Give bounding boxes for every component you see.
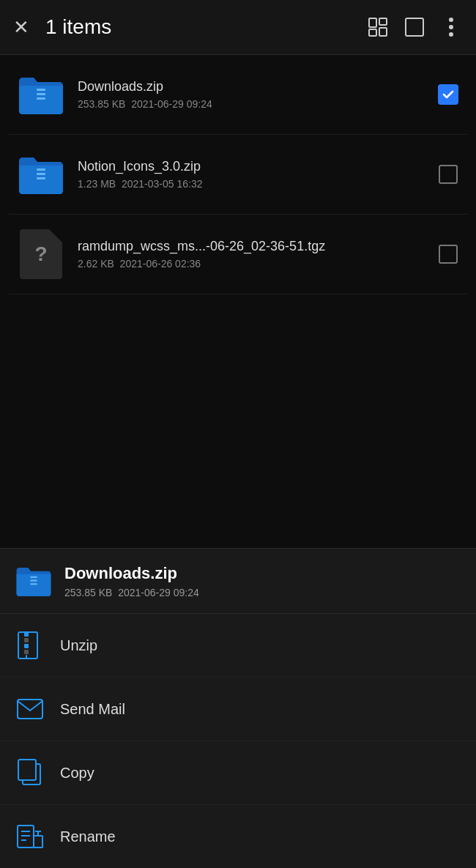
send-mail-icon <box>15 694 45 724</box>
svg-point-6 <box>449 25 453 29</box>
svg-rect-14 <box>30 576 37 578</box>
svg-rect-20 <box>24 644 29 648</box>
file-meta: 2.62 KB 2021-06-26 02:36 <box>78 258 435 270</box>
bottom-sheet: Downloads.zip 253.85 KB 2021-06-29 09:24… <box>0 548 476 868</box>
svg-rect-2 <box>379 18 387 25</box>
svg-rect-16 <box>30 583 37 585</box>
header-actions <box>366 15 463 39</box>
file-item[interactable]: ramdump_wcss_ms...-06-26_02-36-51.tgz 2.… <box>9 215 467 294</box>
copy-icon <box>15 757 45 788</box>
file-checkbox[interactable] <box>435 161 461 188</box>
close-button[interactable]: ✕ <box>13 18 29 37</box>
checkbox-unchecked-icon <box>439 245 458 264</box>
file-checkbox[interactable] <box>435 241 461 267</box>
action-label: Unzip <box>60 637 97 654</box>
file-name: ramdump_wcss_ms...-06-26_02-36-51.tgz <box>78 239 435 254</box>
svg-rect-4 <box>406 18 423 36</box>
svg-rect-15 <box>30 579 37 581</box>
file-meta: 1.23 MB 2021-03-05 16:32 <box>78 178 435 190</box>
file-grid-icon[interactable] <box>366 15 390 39</box>
svg-rect-0 <box>369 18 376 27</box>
svg-rect-13 <box>37 177 45 179</box>
file-item[interactable]: Downloads.zip 253.85 KB 2021-06-29 09:24 <box>9 55 467 135</box>
action-label: Rename <box>60 828 116 845</box>
action-copy[interactable]: Copy <box>0 741 476 805</box>
svg-rect-12 <box>37 173 45 175</box>
svg-rect-10 <box>37 97 45 100</box>
file-name: Notion_Icons_3.0.zip <box>78 159 435 174</box>
file-icon-wrap <box>15 68 67 121</box>
file-icon-wrap <box>15 148 67 201</box>
svg-rect-19 <box>24 638 29 642</box>
file-info: Downloads.zip 253.85 KB 2021-06-29 09:24 <box>78 79 435 110</box>
file-icon-wrap <box>15 228 67 281</box>
svg-rect-22 <box>18 700 42 719</box>
svg-rect-9 <box>37 93 45 95</box>
view-toggle-icon[interactable] <box>403 15 426 39</box>
checkbox-unchecked-icon <box>439 165 458 184</box>
file-meta: 253.85 KB 2021-06-29 09:24 <box>78 98 435 110</box>
bottom-sheet-file-meta: 253.85 KB 2021-06-29 09:24 <box>64 587 199 598</box>
svg-rect-18 <box>24 632 29 637</box>
header-title: 1 items <box>45 15 366 39</box>
action-rename[interactable]: Rename <box>0 805 476 868</box>
svg-rect-3 <box>379 28 387 36</box>
checkbox-checked-icon <box>438 84 458 105</box>
bottom-sheet-file-icon <box>15 562 53 600</box>
bottom-sheet-header: Downloads.zip 253.85 KB 2021-06-29 09:24 <box>0 549 476 614</box>
file-info: ramdump_wcss_ms...-06-26_02-36-51.tgz 2.… <box>78 239 435 270</box>
svg-rect-24 <box>18 760 36 780</box>
file-name: Downloads.zip <box>78 79 435 94</box>
action-send-mail[interactable]: Send Mail <box>0 678 476 741</box>
file-info: Notion_Icons_3.0.zip 1.23 MB 2021-03-05 … <box>78 159 435 190</box>
svg-rect-21 <box>24 650 29 654</box>
action-label: Send Mail <box>60 701 125 718</box>
action-label: Copy <box>60 765 94 782</box>
svg-point-5 <box>449 18 453 22</box>
svg-point-7 <box>449 32 453 37</box>
unknown-file-icon <box>20 229 62 279</box>
svg-rect-8 <box>37 89 45 91</box>
bottom-sheet-file-name: Downloads.zip <box>64 564 199 583</box>
svg-rect-29 <box>34 836 42 847</box>
svg-rect-11 <box>37 168 45 171</box>
rename-icon <box>15 821 45 852</box>
more-options-icon[interactable] <box>439 15 463 39</box>
unzip-icon <box>15 630 45 661</box>
action-unzip[interactable]: Unzip <box>0 614 476 678</box>
file-checkbox[interactable] <box>435 81 461 108</box>
bottom-sheet-file-info: Downloads.zip 253.85 KB 2021-06-29 09:24 <box>64 564 199 598</box>
file-list: Downloads.zip 253.85 KB 2021-06-29 09:24… <box>0 55 476 294</box>
svg-rect-1 <box>369 29 376 36</box>
file-item[interactable]: Notion_Icons_3.0.zip 1.23 MB 2021-03-05 … <box>9 135 467 215</box>
app-header: ✕ 1 items <box>0 0 476 55</box>
